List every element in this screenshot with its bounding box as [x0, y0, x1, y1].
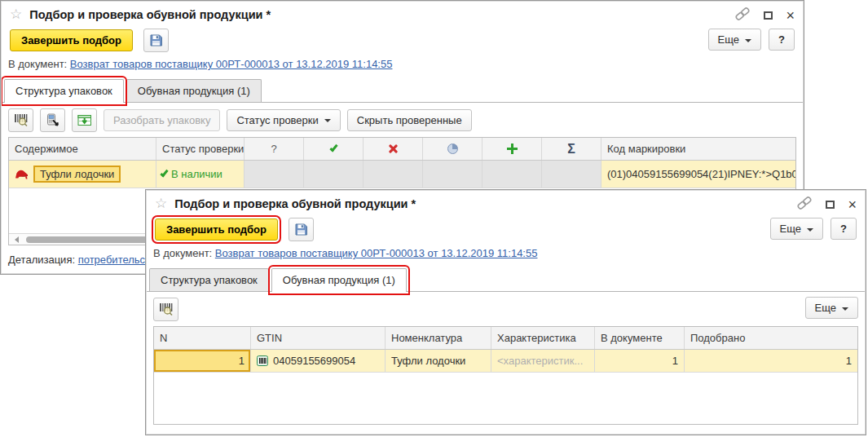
disassemble-package-button[interactable]: Разобрать упаковку: [104, 109, 220, 131]
close-icon[interactable]: ×: [848, 200, 857, 210]
details-link[interactable]: потребительск: [78, 254, 150, 266]
column-header-characteristic[interactable]: Характеристика: [491, 327, 595, 349]
scan-barcode-button[interactable]: [8, 108, 33, 132]
check-icon: [329, 143, 337, 152]
document-label: В документ:: [8, 58, 67, 70]
table-row[interactable]: 1 04059155699054 Туфли лодочки <характер…: [154, 350, 857, 373]
command-bar-front: Завершить подбор Еще ?: [147, 213, 865, 245]
clock-count-cell[interactable]: [423, 161, 482, 188]
scan-barcode-button[interactable]: [153, 298, 178, 321]
column-header-gtin[interactable]: GTIN: [251, 327, 386, 349]
hide-checked-button[interactable]: Скрыть проверенные: [347, 109, 472, 131]
finish-selection-button[interactable]: Завершить подбор: [155, 218, 278, 241]
gtin-cell[interactable]: 04059155699054: [251, 350, 386, 372]
shoe-products-table: N GTIN Номенклатура Характеристика В док…: [153, 326, 858, 425]
sigma-count-cell[interactable]: [542, 161, 601, 188]
check-count-cell[interactable]: [304, 161, 364, 188]
column-header-nomenclature[interactable]: Номенклатура: [386, 327, 491, 349]
tab-shoe-products[interactable]: Обувная продукция (1): [126, 79, 262, 102]
maximize-icon[interactable]: [826, 201, 835, 209]
document-link[interactable]: Возврат товаров поставщику 00РТ-000013 о…: [215, 247, 538, 259]
cross-icon: [388, 143, 399, 154]
column-header-n[interactable]: N: [154, 327, 251, 349]
column-header-selected[interactable]: Подобрано: [685, 327, 857, 349]
details-label: Детализация:: [8, 254, 75, 266]
barcode-search-icon: [159, 302, 174, 316]
column-header-check-icon[interactable]: [304, 138, 364, 160]
help-button[interactable]: ?: [769, 29, 795, 51]
table-row[interactable]: Туфли лодочки В наличии (01)040591556990…: [9, 161, 795, 188]
question-count-cell[interactable]: [245, 161, 304, 188]
column-header-sigma-icon[interactable]: Σ: [542, 138, 601, 160]
column-header-content[interactable]: Содержимое: [9, 138, 156, 160]
toolbar-front: Еще: [152, 297, 860, 326]
selected-count-cell[interactable]: 1: [685, 350, 857, 372]
shoe-products-panel: Еще N GTIN Номенклатура Характеристика В…: [147, 292, 865, 425]
scroll-left-icon[interactable]: [15, 236, 19, 243]
more-button[interactable]: Еще: [770, 218, 823, 240]
red-shoe-icon: [15, 169, 29, 179]
tab-packing-structure[interactable]: Структура упаковок: [149, 268, 269, 291]
column-header-cross-icon[interactable]: [364, 138, 423, 160]
document-label: В документ:: [153, 247, 212, 259]
selected-content-value[interactable]: Туфли лодочки: [33, 166, 121, 183]
help-button[interactable]: ?: [831, 218, 857, 240]
document-link[interactable]: Возврат товаров поставщику 00РТ-000013 о…: [70, 58, 393, 70]
load-table-button[interactable]: [72, 108, 97, 132]
titlebar-front: ☆ Подбор и проверка обувной продукции * …: [147, 191, 865, 213]
status-cell[interactable]: В наличии: [156, 161, 245, 188]
favorite-star-icon[interactable]: ☆: [155, 197, 167, 210]
get-link-icon[interactable]: [796, 196, 813, 212]
packing-table-header: Содержимое Статус проверки ? Σ Код марки…: [9, 138, 795, 161]
save-button[interactable]: [143, 29, 169, 52]
toolbar-back: Разобрать упаковку Статус проверки Скрыт…: [7, 108, 798, 137]
more-button-table[interactable]: Еще: [805, 297, 858, 319]
column-header-marking-code[interactable]: Код маркировки: [601, 138, 795, 160]
barcode-small-icon: [257, 355, 268, 366]
tabstrip-back: Структура упаковок Обувная продукция (1): [2, 79, 803, 103]
shoe-table-header: N GTIN Номенклатура Характеристика В док…: [154, 327, 857, 350]
data-terminal-icon: [46, 113, 59, 126]
plus-icon: [507, 143, 518, 154]
check-status-filter-button[interactable]: Статус проверки: [227, 109, 340, 131]
clock-icon: [447, 143, 458, 154]
content-cell[interactable]: Туфли лодочки: [9, 161, 156, 188]
command-bar-back: Завершить подбор Еще ?: [2, 24, 803, 56]
characteristic-cell[interactable]: <характеристик...: [491, 350, 595, 372]
status-text: В наличии: [171, 168, 223, 180]
column-header-question-icon[interactable]: ?: [245, 138, 304, 160]
get-link-icon[interactable]: [734, 7, 751, 23]
close-icon[interactable]: ×: [786, 11, 795, 20]
chevron-down-icon: [745, 39, 751, 42]
plus-count-cell[interactable]: [482, 161, 542, 188]
save-button[interactable]: [289, 218, 314, 241]
document-row-front: В документ: Возврат товаров поставщику 0…: [147, 245, 865, 265]
favorite-star-icon[interactable]: ☆: [10, 8, 22, 21]
maximize-icon[interactable]: [764, 11, 773, 20]
column-header-plus-icon[interactable]: [482, 138, 542, 160]
marking-code-cell[interactable]: (01)04059155699054(21)IPNEY:*>Q1b0": [601, 161, 795, 188]
tab-packing-structure[interactable]: Структура упаковок: [4, 79, 124, 103]
floppy-icon: [294, 223, 308, 236]
in-document-cell[interactable]: 1: [595, 350, 685, 372]
column-header-in-document[interactable]: В документе: [595, 327, 685, 349]
gtin-value: 04059155699054: [273, 355, 355, 367]
table-empty-area: [154, 373, 857, 424]
check-icon: [160, 169, 168, 178]
chevron-down-icon: [842, 307, 848, 311]
column-header-check-status[interactable]: Статус проверки: [156, 138, 245, 160]
tab-shoe-products[interactable]: Обувная продукция (1): [271, 268, 407, 292]
chevron-down-icon: [324, 119, 331, 122]
window-title: Подбор и проверка обувной продукции *: [174, 197, 416, 210]
finish-selection-button[interactable]: Завершить подбор: [10, 29, 133, 51]
column-header-clock-icon[interactable]: [423, 138, 482, 160]
document-row-back: В документ: Возврат товаров поставщику 0…: [2, 56, 803, 76]
tabstrip-front: Структура упаковок Обувная продукция (1): [147, 268, 865, 292]
more-button[interactable]: Еще: [708, 29, 761, 51]
row-number-cell[interactable]: 1: [154, 350, 251, 372]
nomenclature-cell[interactable]: Туфли лодочки: [386, 350, 491, 372]
data-terminal-button[interactable]: [40, 108, 65, 132]
cross-count-cell[interactable]: [364, 161, 423, 188]
floppy-icon: [149, 33, 163, 47]
table-download-icon: [77, 114, 92, 126]
